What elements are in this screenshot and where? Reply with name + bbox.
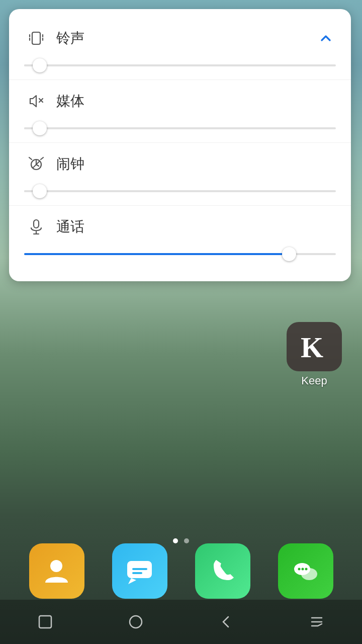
nav-bar <box>0 600 362 644</box>
mic-icon <box>24 215 48 239</box>
svg-marker-5 <box>30 96 36 107</box>
svg-point-18 <box>50 560 62 572</box>
dock-wechat-icon[interactable] <box>278 543 333 599</box>
svg-rect-21 <box>132 568 147 570</box>
home-button[interactable] <box>121 607 151 637</box>
dock-contacts-icon[interactable] <box>29 543 84 599</box>
keep-icon-bg: K <box>287 322 342 371</box>
call-slider[interactable] <box>24 246 336 262</box>
ringtone-slider[interactable] <box>24 57 336 73</box>
chevron-up-icon[interactable] <box>316 28 336 48</box>
volume-panel: 铃声 媒体 <box>9 9 351 281</box>
svg-point-27 <box>305 568 308 570</box>
call-label: 通话 <box>56 217 336 236</box>
svg-point-26 <box>302 568 304 570</box>
keep-app-icon[interactable]: K Keep <box>287 322 342 387</box>
svg-line-11 <box>29 157 32 159</box>
media-slider[interactable] <box>24 120 336 136</box>
svg-point-25 <box>298 568 301 570</box>
svg-point-29 <box>130 616 142 628</box>
svg-rect-0 <box>32 32 40 44</box>
alarm-slider[interactable] <box>24 183 336 199</box>
svg-marker-20 <box>128 578 136 584</box>
svg-line-12 <box>41 157 43 159</box>
alarm-off-icon <box>24 152 48 176</box>
svg-rect-14 <box>34 220 39 228</box>
alarm-row: 闹钟 <box>9 145 351 203</box>
page-dots <box>0 538 362 543</box>
bottom-dock <box>0 543 362 599</box>
page-dot-1 <box>173 538 178 543</box>
dock-messages-icon[interactable] <box>112 543 167 599</box>
menu-button[interactable] <box>302 607 332 637</box>
svg-rect-22 <box>132 572 142 574</box>
page-dot-2 <box>184 538 189 543</box>
call-row: 通话 <box>9 208 351 266</box>
media-mute-icon <box>24 89 48 113</box>
dock-phone-icon[interactable] <box>195 543 250 599</box>
ringtone-label: 铃声 <box>56 29 316 48</box>
media-label: 媒体 <box>56 92 336 111</box>
vibrate-icon <box>24 26 48 50</box>
svg-text:K: K <box>301 331 323 364</box>
media-row: 媒体 <box>9 82 351 140</box>
alarm-label: 闹钟 <box>56 154 336 174</box>
back-button[interactable] <box>211 607 241 637</box>
keep-icon-label: Keep <box>301 374 327 387</box>
ringtone-row: 铃声 <box>9 19 351 77</box>
svg-rect-28 <box>39 616 51 628</box>
recent-button[interactable] <box>30 607 60 637</box>
